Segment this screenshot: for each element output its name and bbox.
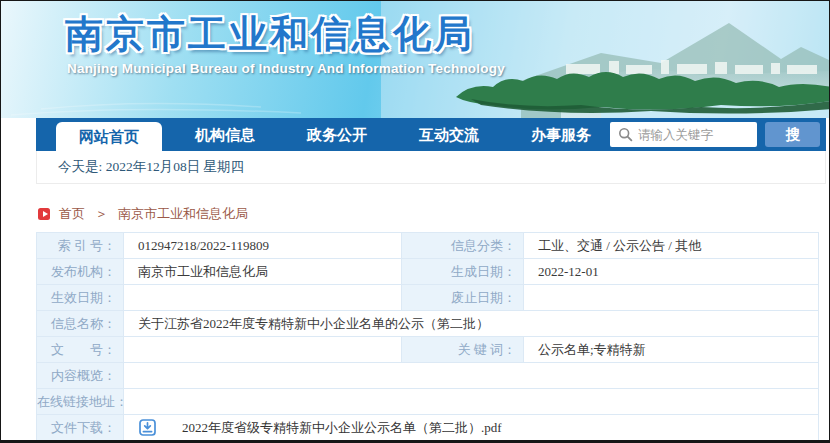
publisher-value: 南京市工业和信息化局 xyxy=(124,259,402,285)
breadcrumb-current[interactable]: 南京市工业和信息化局 xyxy=(118,205,248,223)
tab-gov-disclosure[interactable]: 政务公开 xyxy=(288,118,386,151)
site-subtitle: Nanjing Municipal Bureau of Industry And… xyxy=(67,61,505,76)
download-file-link[interactable]: 2022年度省级专精特新中小企业公示名单（第二批）.pdf xyxy=(182,419,502,437)
breadcrumb-home-link[interactable]: 首页 xyxy=(59,205,85,223)
site-banner: 南京市工业和信息化局 Nanjing Municipal Bureau of I… xyxy=(1,1,829,118)
info-name-value: 关于江苏省2022年度专精特新中小企业名单的公示（第二批） xyxy=(124,311,819,337)
publisher-label: 发布机构： xyxy=(37,259,124,285)
breadcrumb-separator: ＞ xyxy=(95,205,108,223)
main-navbar: 网站首页 机构信息 政务公开 互动交流 办事服务 搜索 xyxy=(36,118,826,151)
table-row: 文件下载： 2022年度省级专精特新中小企业公示名单（第二批）.pdf xyxy=(37,415,819,441)
table-row: 在线链接地址： xyxy=(37,389,819,415)
online-link-value xyxy=(124,389,819,415)
search-input[interactable] xyxy=(638,128,748,142)
info-name-label: 信息名称： xyxy=(37,311,124,337)
content-overview-value xyxy=(124,363,819,389)
tab-home[interactable]: 网站首页 xyxy=(56,122,162,151)
keywords-value: 公示名单;专精特新 xyxy=(524,337,819,363)
effective-date-label: 生效日期： xyxy=(37,285,124,311)
table-row: 文 号： 关 键 词： 公示名单;专精特新 xyxy=(37,337,819,363)
document-metadata-table: 索 引 号： 012947218/2022-119809 信息分类： 工业、交通… xyxy=(36,232,819,441)
page: { "header": { "title": "南京市工业和信息化局", "su… xyxy=(0,0,830,443)
magnifier-icon xyxy=(618,127,633,142)
site-title: 南京市工业和信息化局 xyxy=(65,9,475,60)
effective-date-value xyxy=(124,285,402,311)
table-row: 生效日期： 废止日期： xyxy=(37,285,819,311)
tab-interaction[interactable]: 互动交流 xyxy=(400,118,498,151)
table-row: 索 引 号： 012947218/2022-119809 信息分类： 工业、交通… xyxy=(37,233,819,259)
tab-agency-info[interactable]: 机构信息 xyxy=(176,118,274,151)
info-category-value: 工业、交通 / 公示公告 / 其他 xyxy=(524,233,819,259)
abolish-date-label: 废止日期： xyxy=(402,285,524,311)
generate-date-value: 2022-12-01 xyxy=(524,259,819,285)
table-row: 信息名称： 关于江苏省2022年度专精特新中小企业名单的公示（第二批） xyxy=(37,311,819,337)
abolish-date-value xyxy=(524,285,819,311)
content-overview-label: 内容概览： xyxy=(37,363,124,389)
index-number-label: 索 引 号： xyxy=(37,233,124,259)
doc-number-value xyxy=(124,337,402,363)
index-number-value: 012947218/2022-119809 xyxy=(124,233,402,259)
table-row: 发布机构： 南京市工业和信息化局 生成日期： 2022-12-01 xyxy=(37,259,819,285)
info-category-label: 信息分类： xyxy=(402,233,524,259)
online-link-label: 在线链接地址： xyxy=(37,389,124,415)
date-bar: 今天是: 2022年12月08日 星期四 xyxy=(36,151,826,184)
doc-number-label: 文 号： xyxy=(37,337,124,363)
keywords-label: 关 键 词： xyxy=(402,337,524,363)
download-icon[interactable] xyxy=(139,419,156,436)
tab-services[interactable]: 办事服务 xyxy=(512,118,610,151)
generate-date-label: 生成日期： xyxy=(402,259,524,285)
file-download-cell: 2022年度省级专精特新中小企业公示名单（第二批）.pdf xyxy=(124,415,819,441)
red-arrow-marker-icon xyxy=(38,208,50,220)
table-row: 内容概览： xyxy=(37,363,819,389)
search-button[interactable]: 搜索 xyxy=(765,122,820,147)
file-download-label: 文件下载： xyxy=(37,415,124,441)
search-box[interactable] xyxy=(610,122,757,147)
nav-chrome: 网站首页 机构信息 政务公开 互动交流 办事服务 搜索 今天是: 2022年12… xyxy=(36,118,826,184)
breadcrumb: 首页 ＞ 南京市工业和信息化局 xyxy=(38,205,248,223)
